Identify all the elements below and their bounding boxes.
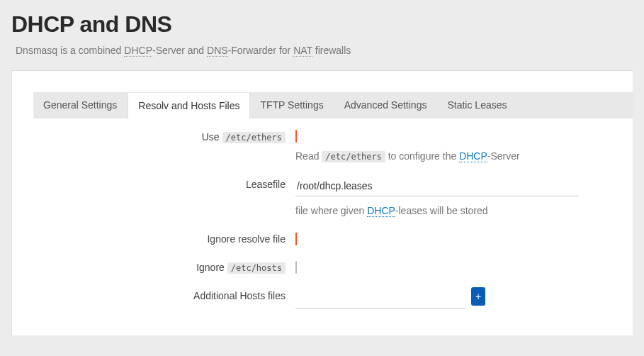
tab-tftp-settings[interactable]: TFTP Settings — [250, 92, 334, 118]
checkbox-use-etc-ethers[interactable] — [295, 130, 297, 143]
add-hosts-file-button[interactable]: + — [471, 287, 485, 306]
row-leasefile: Leasefile file where given DHCP-leases w… — [33, 177, 633, 216]
tab-general-settings[interactable]: General Settings — [33, 92, 128, 118]
label-leasefile: Leasefile — [33, 177, 295, 190]
tab-resolv-hosts[interactable]: Resolv and Hosts Files — [128, 92, 250, 118]
help-use-etc-ethers: Read /etc/ethers to configure the DHCP-S… — [295, 150, 611, 162]
row-additional-hosts: Additional Hosts files + — [33, 289, 633, 308]
help-link-dhcp[interactable]: DHCP — [367, 205, 395, 217]
label-text: Use — [202, 131, 222, 143]
desc-text: firewalls — [312, 45, 351, 56]
row-ignore-etc-hosts: Ignore /etc/hosts — [33, 260, 633, 273]
label-text: Ignore — [196, 262, 227, 273]
settings-panel: General Settings Resolv and Hosts Files … — [11, 70, 633, 335]
tab-static-leases[interactable]: Static Leases — [437, 92, 517, 118]
tab-advanced-settings[interactable]: Advanced Settings — [334, 92, 438, 118]
page-title: DHCP and DNS — [11, 11, 633, 38]
help-leasefile: file where given DHCP-leases will be sto… — [295, 205, 611, 216]
row-use-etc-ethers: Use /etc/ethers Read /etc/ethers to conf… — [33, 130, 633, 162]
desc-text: -Server and — [152, 45, 207, 56]
checkbox-ignore-resolve[interactable] — [295, 233, 297, 245]
page-description: Dnsmasq is a combined DHCP-Server and DN… — [16, 45, 633, 56]
help-text: -Server — [487, 150, 520, 162]
input-leasefile[interactable] — [295, 177, 579, 196]
tab-bar: General Settings Resolv and Hosts Files … — [33, 92, 633, 118]
row-ignore-resolve: Ignore resolve file — [33, 232, 633, 245]
help-text: file where given — [295, 205, 367, 216]
help-text: Read — [295, 150, 322, 162]
form-area: Use /etc/ethers Read /etc/ethers to conf… — [33, 118, 633, 314]
help-link-dhcp[interactable]: DHCP — [459, 150, 487, 162]
link-dhcp[interactable]: DHCP — [124, 45, 152, 57]
label-additional-hosts: Additional Hosts files — [33, 289, 295, 301]
link-nat[interactable]: NAT — [293, 45, 312, 57]
desc-text: Dnsmasq is a combined — [16, 45, 124, 56]
help-text: to configure the — [385, 150, 459, 162]
label-code: /etc/ethers — [222, 132, 286, 143]
label-ignore-resolve: Ignore resolve file — [33, 232, 295, 245]
label-use-etc-ethers: Use /etc/ethers — [33, 130, 295, 143]
help-text: -leases will be stored — [395, 205, 488, 216]
label-code: /etc/hosts — [227, 262, 286, 274]
help-code: /etc/ethers — [322, 151, 385, 162]
link-dns[interactable]: DNS — [207, 45, 228, 57]
desc-text: -Forwarder for — [228, 45, 294, 56]
label-ignore-etc-hosts: Ignore /etc/hosts — [33, 260, 295, 273]
input-additional-hosts[interactable] — [295, 289, 465, 308]
checkbox-ignore-etc-hosts[interactable] — [295, 261, 297, 274]
